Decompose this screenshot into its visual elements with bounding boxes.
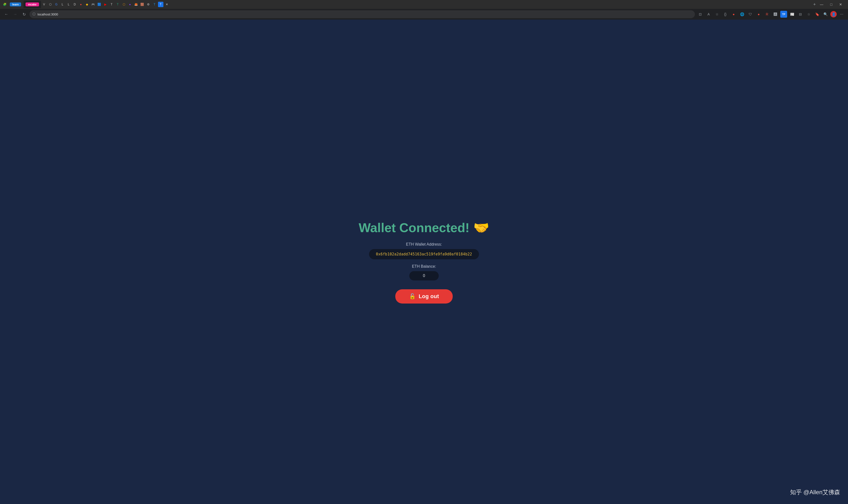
logout-icon: 🔓 (409, 293, 416, 300)
eth-balance-box: 0 (409, 271, 439, 281)
minimize-button[interactable]: — (818, 2, 826, 7)
tab-mcake[interactable]: mcake (23, 1, 41, 8)
tab-icon-14[interactable]: ⬡ (121, 2, 127, 7)
wallet-connected-title: Wallet Connected! 🤝 (359, 220, 489, 235)
eth-address-box: 0x6fb102a2dadd745163ac519fe9fa9d0af0184b… (369, 249, 479, 259)
tab-icon-17[interactable]: 🟫 (140, 2, 145, 7)
back-button[interactable]: ← (3, 11, 10, 18)
tab-icon-6[interactable]: D (72, 2, 77, 7)
tab-icon-20[interactable]: ✕ (164, 2, 169, 7)
close-button[interactable]: ✕ (837, 2, 844, 7)
tab-icon-18[interactable]: ⚙ (146, 2, 151, 7)
browser-chrome: 🧩 learn mcake V ⬡ G L L D ● ◆ 🎮 🟦 ▶ T T … (0, 0, 848, 20)
ext-tp-icon[interactable]: TP (780, 11, 787, 18)
tab-icon-active[interactable]: T (158, 2, 163, 7)
eth-balance-value: 0 (423, 274, 425, 278)
tab-icon-19[interactable]: T (152, 2, 157, 7)
wallet-connected-text: Wallet Connected! (359, 220, 470, 235)
address-bar-row: ← → ↻ ⓘ localhost:3000 ⊡ A ☆ {} ● 🌐 🛡 ● … (0, 9, 848, 20)
bookmark-icon[interactable]: ☆ (714, 11, 720, 18)
new-tab-button[interactable]: + (812, 1, 817, 7)
account-icon[interactable]: 👤 (830, 11, 837, 17)
eth-address-label: ETH Wallet Address: (406, 242, 442, 247)
tab-icon-16[interactable]: 🦊 (133, 2, 139, 7)
favorites-icon[interactable]: ☆ (805, 11, 812, 18)
tab-icon-7[interactable]: ● (78, 2, 84, 7)
tab-icon-3[interactable]: G (54, 2, 59, 7)
logout-label: Log out (419, 293, 439, 300)
handshake-emoji: 🤝 (473, 220, 489, 235)
ext-4-icon[interactable]: ● (755, 11, 762, 18)
collections-icon[interactable]: 🔖 (814, 11, 820, 18)
tab-icon-8[interactable]: ◆ (85, 2, 90, 7)
forward-button[interactable]: → (12, 11, 19, 18)
ext-1-icon[interactable]: ● (730, 11, 737, 18)
tab-icon-12[interactable]: T (109, 2, 114, 7)
window-controls: — □ ✕ (818, 2, 846, 7)
devtools-icon[interactable]: {} (722, 11, 729, 18)
security-icon: ⓘ (32, 12, 36, 16)
search-icon[interactable]: 🔍 (822, 11, 829, 18)
tab-mcake-label: mcake (25, 2, 39, 6)
tab-bar: 🧩 learn mcake V ⬡ G L L D ● ◆ 🎮 🟦 ▶ T T … (0, 0, 848, 9)
watermark-text: 知乎 @Allen艾佛森 (790, 488, 840, 496)
reload-button[interactable]: ↻ (21, 11, 28, 18)
tab-icon-2[interactable]: ⬡ (48, 2, 53, 7)
tab-icon-5[interactable]: L (66, 2, 71, 7)
maximize-button[interactable]: □ (828, 2, 834, 7)
tab-icon-15[interactable]: ● (127, 2, 133, 7)
toolbar-icons: ⊡ A ☆ {} ● 🌐 🛡 ● R 🅰 TP 📰 ⊟ ☆ 🔖 🔍 👤 ⋯ (697, 11, 845, 18)
tab-icon-13[interactable]: T (115, 2, 121, 7)
reader-icon[interactable]: 📰 (789, 11, 795, 18)
tab-icons-row: V ⬡ G L L D ● ◆ 🎮 🟦 ▶ T T ⬡ ● 🦊 🟫 ⚙ T T … (41, 2, 811, 7)
url-display: localhost:3000 (38, 13, 58, 16)
profile-icon[interactable]: 🧩 (2, 2, 7, 7)
tab-learn-label: learn (10, 2, 21, 6)
address-bar[interactable]: ⓘ localhost:3000 (30, 10, 695, 18)
ext-5-icon[interactable]: R (763, 11, 771, 18)
tab-icon-11[interactable]: ▶ (103, 2, 108, 7)
font-icon[interactable]: A (705, 11, 712, 18)
tab-icon-4[interactable]: L (60, 2, 65, 7)
menu-icon[interactable]: ⋯ (838, 11, 845, 18)
ext-6-icon[interactable]: 🅰 (772, 11, 779, 18)
ext-2-icon[interactable]: 🌐 (739, 11, 745, 18)
tab-icon-9[interactable]: 🎮 (91, 2, 96, 7)
tab-icon-1[interactable]: V (41, 2, 47, 7)
logout-button[interactable]: 🔓 Log out (395, 289, 453, 304)
ext-3-icon[interactable]: 🛡 (747, 11, 754, 18)
tab-learn[interactable]: learn (8, 1, 23, 8)
cast-icon[interactable]: ⊡ (697, 11, 704, 18)
eth-address-value: 0x6fb102a2dadd745163ac519fe9fa9d0af0184b… (376, 252, 472, 256)
tab-icon-10[interactable]: 🟦 (97, 2, 102, 7)
sidebar-icon[interactable]: ⊟ (797, 11, 804, 18)
eth-balance-label: ETH Balance: (412, 264, 436, 269)
main-content: Wallet Connected! 🤝 ETH Wallet Address: … (0, 20, 848, 504)
